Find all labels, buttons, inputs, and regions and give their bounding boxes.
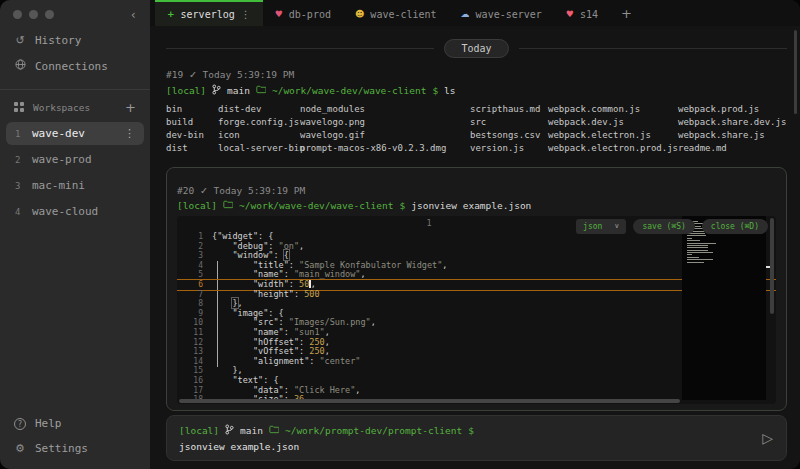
app-window: ‹ ↺ History Connections Workspaces + 1wa… [0,0,800,469]
ls-output: binbuilddev-bindistdist-devforge.config.… [166,103,787,155]
minimap[interactable] [682,216,766,400]
day-divider: Today [166,39,787,58]
tab-bar: +serverlog⋮♥db-prod☻wave-client☁wave-ser… [150,0,800,26]
host-label: [local] [166,85,206,96]
command-text: jsonview example.json [411,200,531,211]
add-workspace-button[interactable]: + [125,100,136,115]
send-icon[interactable]: ▷ [762,430,773,446]
command-block-19[interactable]: #19 ✓ Today 5:39:19 PM [local]main~/work… [166,69,787,155]
main-area: +serverlog⋮♥db-prod☻wave-client☁wave-ser… [150,0,800,469]
check-icon: ✓ [200,185,208,196]
workspace-item-mac-mini[interactable]: 3mac-mini [6,174,144,197]
minimize-window-button[interactable] [29,10,38,19]
history-icon: ↺ [14,34,26,47]
editor-controls: json∨ save (⌘S) close (⌘D) [576,219,768,234]
gear-icon: ⚙ [14,442,26,455]
ls-column: node_moduleswavelogo.pngwavelogo.gifprom… [300,103,470,155]
heart-icon: ♥ [566,9,574,19]
input-command-text[interactable]: jsonview example.json [179,441,774,452]
sidebar-item-history[interactable]: ↺ History [0,28,150,53]
heart-icon: ♥ [275,9,283,19]
cwd-path: ~/work/prompt-dev/prompt-client [285,425,462,436]
chevron-down-icon: ∨ [614,222,619,232]
command-block-20[interactable]: #20 ✓ Today 5:39:19 PM [local]~/work/wav… [166,167,787,411]
input-prompt: [local]main~/work/prompt-dev/prompt-clie… [179,424,774,437]
check-icon: ✓ [189,69,197,80]
help-icon: ? [14,418,26,430]
sidebar: ‹ ↺ History Connections Workspaces + 1wa… [0,0,150,469]
close-button[interactable]: close (⌘D) [702,219,768,234]
workspace-item-wave-prod[interactable]: 2wave-prod [6,148,144,171]
folder-icon [223,200,233,211]
tab-menu-icon[interactable]: ⋮ [241,9,251,20]
zoom-window-button[interactable] [45,10,54,19]
workspace-item-wave-dev[interactable]: 1wave-dev⋮ [6,122,144,145]
ls-column: scripthaus.mdsrcbestsongs.csvversion.js [470,103,548,155]
editor-horizontal-scrollbar[interactable] [179,399,680,403]
cwd-path: ~/work/wave-dev/wave-client [239,200,393,211]
workspace-item-wave-cloud[interactable]: 4wave-cloud [6,200,144,223]
workspaces-list: 1wave-dev⋮2wave-prod3mac-mini4wave-cloud [0,122,150,223]
grid-icon [14,102,24,114]
main-scrollbar[interactable] [794,30,797,114]
command-input[interactable]: [local]main~/work/prompt-dev/prompt-clie… [166,415,787,461]
tab-serverlog[interactable]: +serverlog⋮ [155,0,263,26]
terminal-content: Today #19 ✓ Today 5:39:19 PM [local]main… [150,26,800,469]
settings-label: Settings [35,442,88,455]
tab-db-prod[interactable]: ♥db-prod [263,0,343,26]
globe-icon [14,59,26,73]
tab-wave-client[interactable]: ☻wave-client [343,0,449,26]
save-button[interactable]: save (⌘S) [633,219,694,234]
window-controls [13,10,54,19]
language-select[interactable]: json∨ [576,219,626,234]
folder-icon [269,425,279,436]
workspace-menu-icon[interactable]: ⋮ [124,127,135,140]
ls-column: webpack.prod.jswebpack.share.dev.jswebpa… [678,103,787,155]
face-icon: ☻ [355,9,364,19]
sidebar-item-connections[interactable]: Connections [0,53,150,79]
new-tab-button[interactable]: + [610,0,643,26]
today-pill[interactable]: Today [444,39,508,58]
tab-wave-server[interactable]: ☁wave-server [449,0,554,26]
host-label: [local] [179,425,219,436]
json-editor[interactable]: 1 json∨ save (⌘S) close (⌘D) 1{"widget":… [177,216,776,404]
sidebar-item-help[interactable]: ? Help [0,411,150,436]
cwd-path: ~/work/wave-dev/wave-client [272,85,426,96]
editor-vertical-scrollbar[interactable] [770,218,774,314]
command-20-prompt: [local]~/work/wave-dev/wave-client$jsonv… [177,200,776,211]
workspaces-label: Workspaces [33,102,90,113]
sidebar-item-settings[interactable]: ⚙ Settings [0,436,150,461]
git-branch-icon [225,424,234,437]
branch-label: main [227,85,250,96]
cloud-icon: ☁ [461,9,470,19]
command-text: ls [444,85,455,96]
workspaces-header: Workspaces + [0,90,150,119]
host-label: [local] [177,200,217,211]
collapse-sidebar-icon[interactable]: ‹ [130,8,137,22]
folder-icon [256,85,266,96]
branch-label: main [240,425,263,436]
history-label: History [35,34,81,47]
close-window-button[interactable] [13,10,22,19]
command-19-meta: #19 ✓ Today 5:39:19 PM [166,69,787,80]
help-label: Help [35,417,62,430]
tab-s14[interactable]: ♥s14 [554,0,610,26]
ls-column: webpack.common.jswebpack.dev.jswebpack.e… [548,103,678,155]
ls-column: dist-devforge.config.jsiconlocal-server-… [218,103,300,155]
command-20-meta: #20 ✓ Today 5:39:19 PM [177,185,776,196]
connections-label: Connections [35,60,108,73]
ls-column: binbuilddev-bindist [166,103,218,155]
git-branch-icon [212,84,221,97]
command-19-prompt: [local]main~/work/wave-dev/wave-client$l… [166,84,787,97]
plus-star-icon: + [167,9,175,19]
